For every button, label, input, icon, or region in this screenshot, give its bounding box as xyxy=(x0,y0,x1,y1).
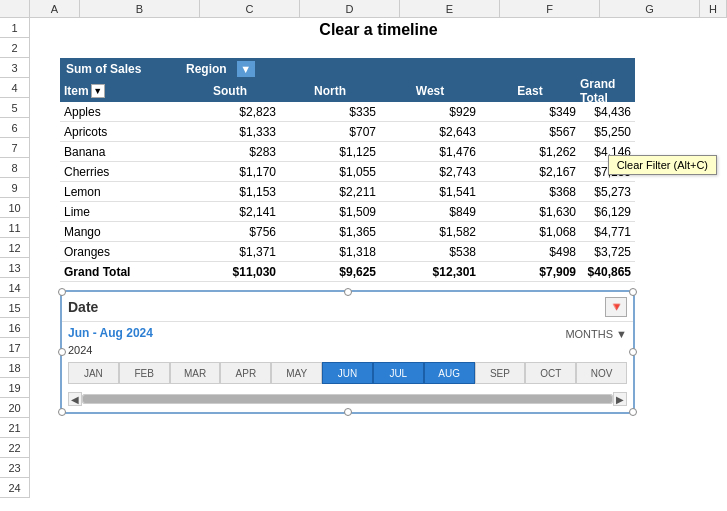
row-6: 6 xyxy=(0,118,30,138)
total-item-cell: Grand Total xyxy=(60,265,180,279)
east-cell: $1,068 xyxy=(480,225,580,239)
grand-cell: $4,771 xyxy=(580,225,635,239)
north-cell: $2,211 xyxy=(280,185,380,199)
col-grand-header: Grand Total xyxy=(580,77,635,105)
pivot-header-row1: Sum of Sales Region ▼ xyxy=(60,58,635,80)
total-west-cell: $12,301 xyxy=(380,265,480,279)
row-12: 12 xyxy=(0,238,30,258)
resize-handle-right[interactable] xyxy=(629,348,637,356)
month-sep[interactable]: SEP xyxy=(475,362,526,384)
item-filter-button[interactable]: ▼ xyxy=(91,84,105,98)
row-20: 20 xyxy=(0,398,30,418)
scroll-right-button[interactable]: ▶ xyxy=(613,392,627,406)
total-grand-cell: $40,865 xyxy=(580,265,635,279)
north-cell: $1,125 xyxy=(280,145,380,159)
month-may[interactable]: MAY xyxy=(271,362,322,384)
west-cell: $1,476 xyxy=(380,145,480,159)
region-dropdown-button[interactable]: ▼ xyxy=(237,61,255,77)
resize-handle-bottom-left[interactable] xyxy=(58,408,66,416)
total-south-cell: $11,030 xyxy=(180,265,280,279)
month-jul[interactable]: JUL xyxy=(373,362,424,384)
months-dropdown-icon[interactable]: ▼ xyxy=(616,328,627,340)
south-cell: $1,170 xyxy=(180,165,280,179)
east-cell: $349 xyxy=(480,105,580,119)
row-17: 17 xyxy=(0,338,30,358)
month-aug[interactable]: AUG xyxy=(424,362,475,384)
col-header-e: E xyxy=(400,0,500,17)
table-row: Apples $2,823 $335 $929 $349 $4,436 xyxy=(60,102,635,122)
clear-filter-tooltip: Clear Filter (Alt+C) xyxy=(608,155,717,175)
col-header-row: A B C D E F G H xyxy=(0,0,727,18)
month-apr[interactable]: APR xyxy=(220,362,271,384)
row-24: 24 xyxy=(0,478,30,498)
north-cell: $335 xyxy=(280,105,380,119)
south-cell: $1,371 xyxy=(180,245,280,259)
west-cell: $1,541 xyxy=(380,185,480,199)
item-cell: Cherries xyxy=(60,165,180,179)
month-mar[interactable]: MAR xyxy=(170,362,221,384)
timeline-header: Date 🔻 xyxy=(62,292,633,322)
month-feb[interactable]: FEB xyxy=(119,362,170,384)
south-cell: $1,153 xyxy=(180,185,280,199)
resize-handle-bottom[interactable] xyxy=(344,408,352,416)
col-header-b: B xyxy=(80,0,200,17)
item-cell: Lemon xyxy=(60,185,180,199)
clear-filter-button[interactable]: 🔻 xyxy=(605,297,627,317)
south-cell: $2,823 xyxy=(180,105,280,119)
col-west-header: West xyxy=(380,84,480,98)
row-3: 3 xyxy=(0,58,30,78)
timeline-year-label: 2024 xyxy=(68,344,627,356)
row-14: 14 xyxy=(0,278,30,298)
item-cell: Mango xyxy=(60,225,180,239)
timeline-range-label: Jun - Aug 2024 xyxy=(68,326,153,340)
table-row: Banana $283 $1,125 $1,476 $1,262 $4,146 xyxy=(60,142,635,162)
resize-handle-top-left[interactable] xyxy=(58,288,66,296)
row-5: 5 xyxy=(0,98,30,118)
row-10: 10 xyxy=(0,198,30,218)
row-2: 2 xyxy=(0,38,30,58)
col-header-g: G xyxy=(600,0,700,17)
grand-cell: $6,129 xyxy=(580,205,635,219)
spreadsheet: A B C D E F G H 1 2 3 4 5 6 7 8 9 10 11 … xyxy=(0,0,727,511)
resize-handle-left[interactable] xyxy=(58,348,66,356)
pivot-table: Sum of Sales Region ▼ Item ▼ South North… xyxy=(60,58,635,282)
row-11: 11 xyxy=(0,218,30,238)
row-4: 4 xyxy=(0,78,30,98)
row-7: 7 xyxy=(0,138,30,158)
month-nov[interactable]: NOV xyxy=(576,362,627,384)
south-cell: $2,141 xyxy=(180,205,280,219)
month-oct[interactable]: OCT xyxy=(525,362,576,384)
row-13: 13 xyxy=(0,258,30,278)
col-north-header: North xyxy=(280,84,380,98)
total-north-cell: $9,625 xyxy=(280,265,380,279)
item-cell: Apples xyxy=(60,105,180,119)
scrollbar-thumb[interactable] xyxy=(83,395,612,403)
north-cell: $707 xyxy=(280,125,380,139)
col-south-header: South xyxy=(180,84,280,98)
row-22: 22 xyxy=(0,438,30,458)
east-cell: $2,167 xyxy=(480,165,580,179)
resize-handle-top[interactable] xyxy=(344,288,352,296)
grand-cell: $5,250 xyxy=(580,125,635,139)
page-title: Clear a timeline xyxy=(30,20,727,40)
filter-icon: 🔻 xyxy=(609,300,624,314)
pivot-data-rows: Apples $2,823 $335 $929 $349 $4,436 Apri… xyxy=(60,102,635,262)
col-item-header: Item ▼ xyxy=(60,84,180,98)
grand-cell: $4,436 xyxy=(580,105,635,119)
north-cell: $1,509 xyxy=(280,205,380,219)
east-cell: $1,630 xyxy=(480,205,580,219)
resize-handle-bottom-right[interactable] xyxy=(629,408,637,416)
timeline-title: Date xyxy=(68,299,98,315)
timeline-body: Jun - Aug 2024 MONTHS ▼ 2024 JAN FEB MAR… xyxy=(62,322,633,412)
row-19: 19 xyxy=(0,378,30,398)
col-header-d: D xyxy=(300,0,400,17)
scroll-left-button[interactable]: ◀ xyxy=(68,392,82,406)
row-18: 18 xyxy=(0,358,30,378)
month-jan[interactable]: JAN xyxy=(68,362,119,384)
west-cell: $2,743 xyxy=(380,165,480,179)
col-header-a: A xyxy=(30,0,80,17)
timeline-scrollbar: ◀ ▶ xyxy=(68,392,627,406)
resize-handle-top-right[interactable] xyxy=(629,288,637,296)
scrollbar-track[interactable] xyxy=(82,394,613,404)
month-jun[interactable]: JUN xyxy=(322,362,373,384)
